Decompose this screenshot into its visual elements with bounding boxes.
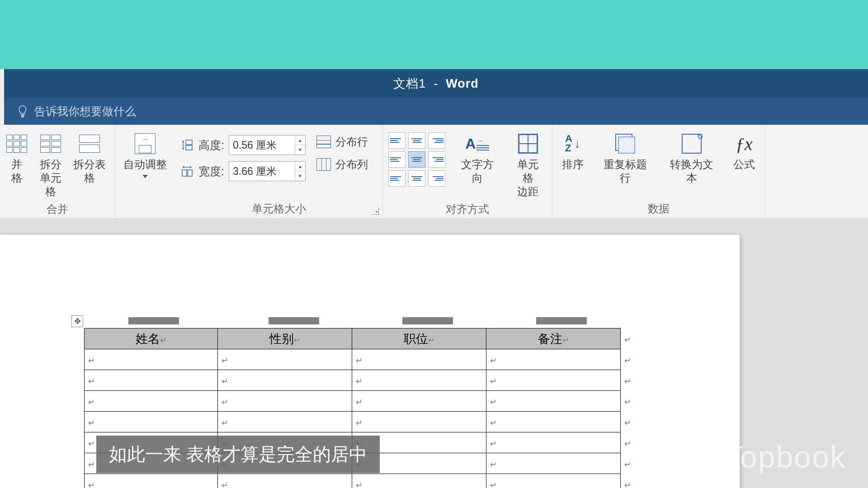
table-cell[interactable]: ↵ [352,349,486,370]
row-height-icon [180,138,194,152]
table-cell[interactable]: ↵ [486,349,621,370]
column-indicator [269,317,319,324]
row-end-mark: ↵ [621,432,635,453]
align-bot-center[interactable] [408,170,425,187]
table-cell[interactable]: ↵ [486,474,621,488]
column-indicator [128,317,179,324]
row-end-mark: ↵ [621,391,635,412]
height-down-button[interactable]: ▼ [295,145,305,155]
height-input[interactable] [229,139,295,151]
column-indicator [402,317,453,324]
table-cell[interactable]: ↵ [85,412,218,432]
table-cell[interactable]: ↵ [486,391,621,412]
table-cell[interactable]: ↵ [85,474,218,488]
table-cell[interactable]: ↵ [486,370,621,391]
group-label-merge: 合并 [0,200,115,218]
table-header-cell[interactable]: 职位↵ [352,328,486,349]
table-cell[interactable]: ↵ [352,391,486,412]
distribute-rows-icon [316,136,331,148]
split-cells-button[interactable]: 拆分 单元格 [35,130,66,200]
table-cell[interactable]: ↵ [218,391,352,412]
formula-icon: ƒx [732,131,756,156]
svg-rect-0 [186,140,192,145]
ribbon-group-merge: 并 格 拆分 单元格 拆分表格 合并 [0,125,115,218]
row-end-mark: ↵ [621,474,635,488]
distribute-cols-icon [316,158,331,171]
width-input-wrap[interactable]: ▲▼ [229,161,306,181]
ribbon-group-alignment: A→ 文字方向 单元格 边距 对齐方式 [383,125,552,218]
row-end-mark: ↵ [621,412,635,432]
lightbulb-icon [17,104,28,118]
row-end-mark: ↵ [621,370,635,391]
repeat-header-icon [613,131,637,156]
dropdown-arrow-icon [142,175,148,178]
table-cell[interactable]: ↵ [352,474,486,488]
align-bot-left[interactable] [388,170,406,187]
table-header-cell[interactable]: 姓名↵ [85,328,218,349]
ribbon: 并 格 拆分 单元格 拆分表格 合并 自动调整 [0,125,868,219]
group-label-cell-size: 单元格大小 [175,199,382,218]
col-width-icon [180,164,194,178]
cell-size-dialog-launcher[interactable] [372,207,379,215]
table-cell[interactable]: ↵ [85,349,218,370]
table-cell[interactable]: ↵ [486,453,621,474]
align-mid-left[interactable] [388,151,406,168]
width-input[interactable] [229,165,295,178]
width-up-button[interactable]: ▲ [295,162,305,171]
convert-to-text-button[interactable]: 转换为文本 [663,130,721,187]
tell-me-placeholder: 告诉我你想要做什么 [34,104,136,119]
autofit-icon [133,131,157,156]
ribbon-group-autofit: 自动调整 [115,125,175,218]
sort-icon: AZ↓ [561,131,585,156]
width-label: 宽度: [198,164,224,179]
height-input-wrap[interactable]: ▲▼ [229,135,306,155]
text-direction-button[interactable]: A→ 文字方向 [453,130,501,187]
autofit-button[interactable]: 自动调整 [121,130,170,180]
table-cell[interactable]: ↵ [218,474,352,488]
distribute-cols-button[interactable]: 分布列 [316,158,368,171]
table-cell[interactable]: ↵ [486,412,621,432]
merge-cells-icon [5,131,29,156]
table-cell[interactable]: ↵ [85,391,218,412]
cell-margins-icon [516,131,540,156]
text-direction-icon: A→ [465,131,490,156]
merge-cells-button[interactable]: 并 格 [2,130,32,187]
convert-to-text-icon [679,131,704,156]
align-top-right[interactable] [428,132,445,149]
sort-button[interactable]: AZ↓ 排序 [558,130,588,173]
align-bot-right[interactable] [428,170,445,187]
align-top-left[interactable] [388,132,406,149]
video-caption: 如此一来 表格才算是完全的居中 [96,436,380,473]
formula-button[interactable]: ƒx 公式 [729,130,759,173]
window-title: 文档1 - Word [393,75,479,92]
table-cell[interactable]: ↵ [352,412,486,432]
table-cell[interactable]: ↵ [85,370,218,391]
alignment-grid [388,130,445,187]
table-header-cell[interactable]: 性别↵ [218,328,352,349]
table-cell[interactable]: ↵ [352,370,486,391]
table-cell[interactable]: ↵ [486,432,621,453]
watermark-text: Topbook [724,439,846,474]
align-mid-right[interactable] [428,151,445,168]
table-cell[interactable]: ↵ [218,370,352,391]
ribbon-group-data: AZ↓ 排序 重复标题行 转换为文本 ƒx 公式 数据 [552,125,765,218]
repeat-header-button[interactable]: 重复标题行 [597,130,654,187]
table-cell[interactable]: ↵ [218,349,352,370]
row-end-mark: ↵ [621,328,635,349]
split-table-button[interactable]: 拆分表格 [70,130,109,187]
group-label-alignment: 对齐方式 [383,200,552,218]
height-up-button[interactable]: ▲ [295,136,305,145]
table-move-handle[interactable]: ✥ [71,315,83,327]
table-header-cell[interactable]: 备注↵ [486,328,621,349]
width-down-button[interactable]: ▼ [295,171,305,181]
distribute-rows-button[interactable]: 分布行 [316,135,368,149]
tell-me-bar[interactable]: 告诉我你想要做什么 [4,98,868,125]
align-top-center[interactable] [408,132,425,149]
align-mid-center[interactable] [408,151,425,168]
table-cell[interactable]: ↵ [218,412,352,432]
cell-margins-button[interactable]: 单元格 边距 [509,130,547,200]
column-indicator [536,317,587,324]
split-cells-icon [38,131,63,156]
decorative-teal-band [0,0,868,69]
row-end-mark: ↵ [621,349,635,370]
